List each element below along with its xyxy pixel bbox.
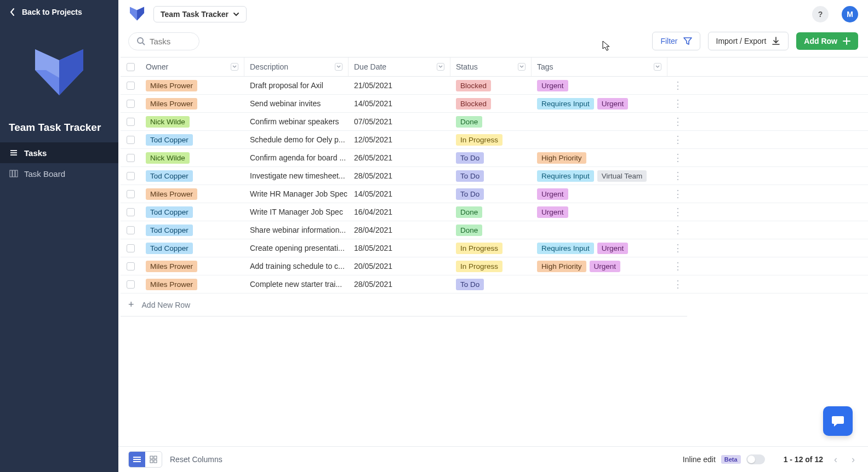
table-row[interactable]: Tod CopperSchedule demo for Oely p...12/… bbox=[121, 131, 868, 149]
description-cell: Add training schedule to c... bbox=[244, 257, 349, 275]
filter-button[interactable]: Filter bbox=[652, 32, 700, 50]
row-actions-button[interactable]: ⋮ bbox=[673, 79, 682, 91]
row-actions-button[interactable]: ⋮ bbox=[673, 188, 682, 200]
column-label: Status bbox=[456, 62, 478, 71]
row-actions-button[interactable]: ⋮ bbox=[673, 278, 682, 290]
row-actions-button[interactable]: ⋮ bbox=[673, 242, 682, 254]
row-actions-button[interactable]: ⋮ bbox=[673, 152, 682, 164]
row-checkbox[interactable] bbox=[127, 226, 135, 234]
row-checkbox[interactable] bbox=[127, 100, 135, 108]
list-view-button[interactable] bbox=[129, 452, 145, 467]
search-input[interactable] bbox=[150, 37, 188, 46]
inline-edit-toggle[interactable] bbox=[746, 454, 765, 464]
grid-view-button[interactable] bbox=[145, 452, 162, 467]
row-checkbox[interactable] bbox=[127, 118, 135, 126]
column-label: Description bbox=[250, 62, 288, 71]
table-row[interactable]: Miles ProwerSend webinar invites14/05/20… bbox=[121, 95, 868, 113]
row-checkbox[interactable] bbox=[127, 136, 135, 144]
project-name: Team Task Tracker bbox=[161, 10, 229, 19]
svg-rect-12 bbox=[154, 456, 157, 459]
row-checkbox[interactable] bbox=[127, 190, 135, 198]
column-header-due-date[interactable]: Due Date bbox=[349, 57, 450, 76]
status-chip: In Progress bbox=[456, 261, 502, 272]
project-dropdown[interactable]: Team Task Tracker bbox=[153, 6, 247, 22]
tags-cell: Requires InputVirtual Team bbox=[532, 167, 667, 185]
row-checkbox[interactable] bbox=[127, 280, 135, 289]
table-row[interactable]: Tod CopperWrite IT Manager Job Spec16/04… bbox=[121, 203, 868, 221]
status-chip: In Progress bbox=[456, 134, 502, 146]
pagination-info: 1 - 12 of 12 bbox=[784, 455, 823, 464]
table-row[interactable]: Tod CopperShare webinar information...28… bbox=[121, 221, 868, 239]
column-header-status[interactable]: Status bbox=[450, 57, 532, 76]
column-menu-icon[interactable] bbox=[654, 63, 661, 71]
chevron-down-icon bbox=[233, 12, 239, 16]
next-page-button[interactable]: › bbox=[848, 454, 858, 465]
reset-columns-button[interactable]: Reset Columns bbox=[170, 455, 222, 464]
tag-chip: High Priority bbox=[537, 261, 586, 272]
table-row[interactable]: Miles ProwerDraft proposal for Axil21/05… bbox=[121, 77, 868, 95]
row-actions-button[interactable]: ⋮ bbox=[673, 97, 682, 110]
add-row-button[interactable]: Add Row bbox=[796, 32, 858, 50]
tag-chip: Urgent bbox=[590, 261, 621, 272]
tags-cell: High PriorityUrgent bbox=[532, 257, 667, 275]
column-menu-icon[interactable] bbox=[335, 63, 342, 71]
owner-chip: Tod Copper bbox=[146, 206, 193, 218]
search-box[interactable] bbox=[128, 32, 199, 50]
list-icon bbox=[9, 148, 19, 158]
status-chip: Blocked bbox=[456, 98, 491, 110]
due-date-cell: 14/05/2021 bbox=[349, 185, 450, 203]
row-actions-button[interactable]: ⋮ bbox=[673, 206, 682, 218]
import-export-button[interactable]: Import / Export bbox=[708, 32, 789, 50]
table-row[interactable]: Tod CopperInvestigate new timesheet...28… bbox=[121, 167, 868, 185]
row-checkbox[interactable] bbox=[127, 82, 135, 90]
table-row[interactable]: Miles ProwerAdd training schedule to c..… bbox=[121, 257, 868, 275]
back-to-projects-link[interactable]: Back to Projects bbox=[0, 0, 118, 24]
tag-chip: Requires Input bbox=[537, 243, 594, 254]
row-checkbox[interactable] bbox=[127, 244, 135, 252]
sidebar-item-task-board[interactable]: Task Board bbox=[0, 163, 118, 184]
table-row[interactable]: Miles ProwerWrite HR Manager Job Spec14/… bbox=[121, 185, 868, 203]
prev-page-button[interactable]: ‹ bbox=[831, 454, 841, 465]
row-checkbox[interactable] bbox=[127, 154, 135, 162]
column-menu-icon[interactable] bbox=[518, 63, 526, 71]
row-actions-button[interactable]: ⋮ bbox=[673, 224, 682, 236]
row-checkbox[interactable] bbox=[127, 208, 135, 216]
row-actions-button[interactable]: ⋮ bbox=[673, 170, 682, 182]
row-actions-button[interactable]: ⋮ bbox=[673, 260, 682, 272]
tags-cell bbox=[532, 275, 667, 293]
due-date-cell: 12/05/2021 bbox=[349, 131, 450, 148]
filter-label: Filter bbox=[660, 37, 677, 45]
description-cell: Confirm webinar speakers bbox=[244, 113, 349, 130]
inline-edit-label: Inline edit bbox=[683, 455, 716, 464]
column-header-description[interactable]: Description bbox=[244, 57, 349, 76]
table-row[interactable]: Tod CopperCreate opening presentati...18… bbox=[121, 239, 868, 257]
status-chip: In Progress bbox=[456, 243, 502, 254]
topbar: Team Task Tracker ? M bbox=[118, 0, 868, 26]
column-menu-icon[interactable] bbox=[437, 63, 444, 71]
row-actions-button[interactable]: ⋮ bbox=[673, 134, 682, 146]
column-header-tags[interactable]: Tags bbox=[532, 57, 667, 76]
user-avatar[interactable]: M bbox=[842, 6, 858, 22]
table-row[interactable]: Nick WildeConfirm webinar speakers07/05/… bbox=[121, 113, 868, 131]
table-row[interactable]: Miles ProwerComplete new starter trai...… bbox=[121, 275, 868, 293]
sidebar-item-tasks[interactable]: Tasks bbox=[0, 142, 118, 163]
row-checkbox[interactable] bbox=[127, 172, 135, 180]
column-menu-icon[interactable] bbox=[231, 63, 238, 71]
tag-chip: Urgent bbox=[537, 206, 568, 218]
chat-fab[interactable] bbox=[823, 406, 853, 436]
tags-cell: Urgent bbox=[532, 203, 667, 221]
column-header-owner[interactable]: Owner bbox=[140, 57, 244, 76]
description-cell: Share webinar information... bbox=[244, 221, 349, 239]
description-cell: Complete new starter trai... bbox=[244, 275, 349, 293]
description-cell: Schedule demo for Oely p... bbox=[244, 131, 349, 148]
column-label: Owner bbox=[146, 62, 168, 71]
owner-chip: Nick Wilde bbox=[146, 152, 190, 164]
owner-chip: Tod Copper bbox=[146, 134, 193, 146]
table-row[interactable]: Nick WildeConfirm agenda for board ...26… bbox=[121, 149, 868, 167]
row-checkbox[interactable] bbox=[127, 262, 135, 270]
add-new-row-inline[interactable]: + Add New Row bbox=[121, 293, 687, 316]
row-actions-button[interactable]: ⋮ bbox=[673, 116, 682, 128]
select-all-checkbox[interactable] bbox=[127, 63, 135, 71]
help-button[interactable]: ? bbox=[812, 6, 829, 22]
tags-cell: Urgent bbox=[532, 77, 667, 94]
